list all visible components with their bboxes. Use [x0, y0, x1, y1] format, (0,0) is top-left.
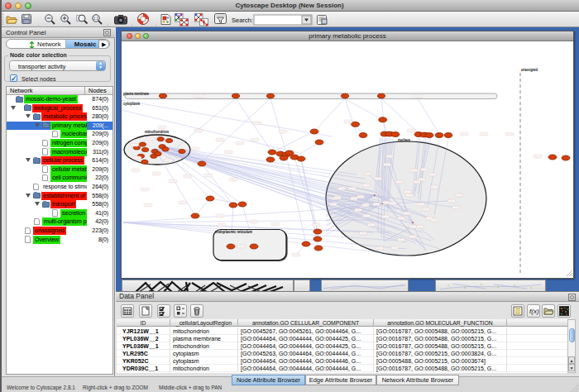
svg-text:cytoplasm: cytoplasm: [123, 102, 140, 106]
svg-text:plasma membrane: plasma membrane: [123, 92, 149, 96]
svg-text:1:1: 1:1: [93, 17, 99, 21]
svg-text:nucleus: nucleus: [398, 138, 410, 142]
svg-text:unassigned: unassigned: [521, 68, 538, 72]
svg-text:f(x): f(x): [529, 308, 539, 315]
svg-text:Search:: Search:: [232, 17, 253, 24]
svg-text:endoplasmic reticulum: endoplasmic reticulum: [215, 230, 252, 234]
svg-text:mitochondrion: mitochondrion: [145, 130, 169, 134]
